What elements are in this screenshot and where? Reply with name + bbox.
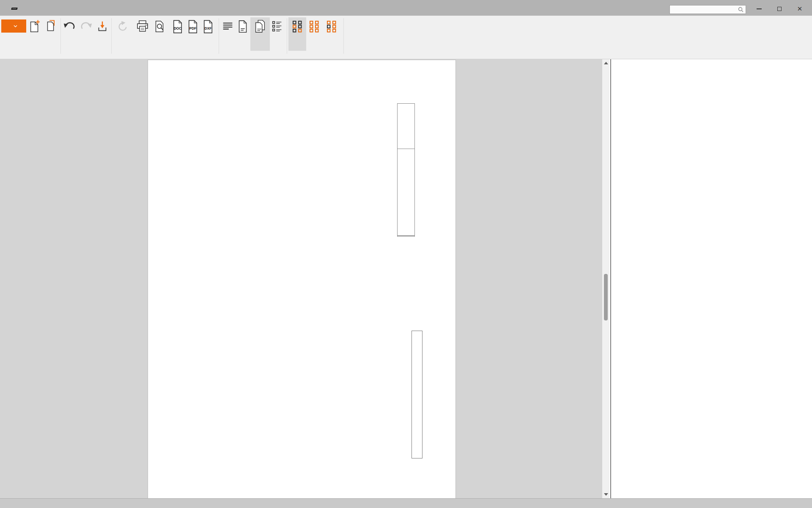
scroll-up-icon[interactable]: [604, 62, 608, 64]
utilization-scale-bar: [397, 103, 415, 237]
preview-button[interactable]: [150, 17, 169, 51]
report-brief-button[interactable]: [221, 17, 235, 51]
chevron-down-icon: [14, 25, 17, 28]
redo-button[interactable]: [78, 17, 95, 51]
export-pdf-button[interactable]: PDF: [185, 17, 200, 51]
generate-icon: [116, 19, 129, 35]
search-input[interactable]: [670, 7, 738, 12]
report-detailed-button[interactable]: [250, 17, 270, 51]
save-icon: [96, 19, 109, 35]
maximize-button[interactable]: [774, 5, 785, 13]
bom-checklist-icon: [271, 19, 284, 35]
one-page-icon: [236, 19, 250, 35]
report-settings-panel: [610, 59, 812, 498]
new-button[interactable]: [26, 17, 43, 51]
items-all-button[interactable]: [307, 17, 321, 51]
detailed-pages-icon: [253, 19, 267, 35]
undo-icon: [63, 19, 76, 35]
current-items-grid-icon: [290, 19, 304, 35]
report-preview-area: [0, 59, 602, 498]
app-logo: [11, 3, 23, 13]
app-window: ✕: [0, 0, 812, 508]
dxf-file-icon: DXF: [201, 19, 215, 35]
close-button[interactable]: ✕: [794, 5, 805, 13]
titlebar: ✕: [0, 0, 812, 16]
svg-text:DOC: DOC: [174, 27, 181, 30]
items-current-button[interactable]: [288, 17, 306, 51]
scroll-down-icon[interactable]: [604, 493, 608, 496]
copy-icon: [44, 19, 58, 35]
svg-text:DXF: DXF: [205, 27, 211, 30]
save-button[interactable]: [94, 17, 111, 51]
minimize-button[interactable]: [754, 5, 765, 13]
idea-logo-mark: [11, 8, 17, 10]
pdf-file-icon: PDF: [186, 19, 200, 35]
printer-icon: [135, 19, 150, 35]
svg-text:PDF: PDF: [189, 27, 196, 30]
search-box[interactable]: [669, 5, 746, 14]
report-one-page-button[interactable]: [235, 17, 250, 51]
brief-lines-icon: [221, 19, 235, 35]
vertical-scrollbar[interactable]: [602, 59, 609, 498]
preview-icon: [153, 19, 166, 35]
print-button[interactable]: [134, 17, 151, 51]
all-items-grid-icon: [307, 19, 321, 35]
new-document-icon: [28, 19, 41, 35]
copy-button[interactable]: [42, 17, 59, 51]
statusbar: [0, 498, 812, 508]
redo-icon: [80, 19, 93, 35]
selected-items-grid-icon: [324, 19, 339, 35]
report-page: [148, 60, 456, 498]
scrollbar-thumb[interactable]: [604, 274, 608, 320]
project-item-dropdown[interactable]: [1, 19, 26, 33]
items-selected-button[interactable]: [321, 17, 342, 51]
stress-scale-bar: [411, 331, 422, 458]
undo-button[interactable]: [61, 17, 78, 51]
export-dxf-button[interactable]: DXF: [200, 17, 216, 51]
report-bom-button[interactable]: [270, 17, 285, 51]
doc-file-icon: DOC: [170, 19, 185, 35]
ribbon: DOC PDF DXF: [0, 16, 812, 59]
search-icon: [738, 7, 743, 12]
export-doc-button[interactable]: DOC: [170, 17, 185, 51]
generate-button[interactable]: [112, 17, 134, 51]
